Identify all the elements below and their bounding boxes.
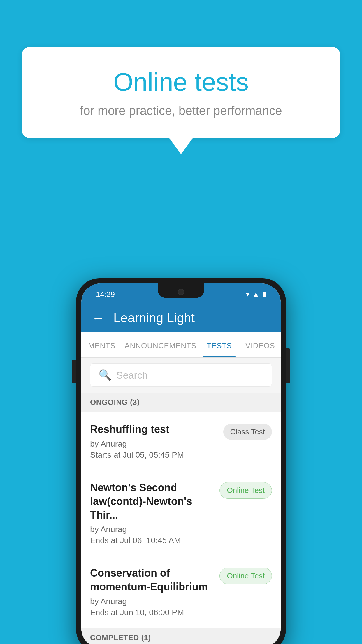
battery-icon: ▮ xyxy=(262,290,266,298)
tabs-bar: MENTS ANNOUNCEMENTS TESTS VIDEOS xyxy=(81,332,281,358)
search-placeholder: Search xyxy=(116,370,148,381)
search-container: 🔍 Search xyxy=(81,358,281,393)
status-time: 14:29 xyxy=(96,290,115,299)
status-bar: 14:29 ▾ ▲ ▮ xyxy=(81,284,281,303)
test-author-reshuffling: by Anurag xyxy=(90,439,217,449)
test-badge-reshuffling: Class Test xyxy=(223,424,272,440)
speech-bubble: Online tests for more practice, better p… xyxy=(22,47,340,138)
test-info-reshuffling: Reshuffling test by Anurag Starts at Jul… xyxy=(90,423,217,460)
test-badge-newton: Online Test xyxy=(219,482,272,499)
search-icon: 🔍 xyxy=(99,369,112,381)
section-header-completed: COMPLETED (1) xyxy=(81,628,281,644)
test-author-conservation: by Anurag xyxy=(90,597,214,606)
phone-inner: 14:29 ▾ ▲ ▮ ← Learning Light MENTS ANNOU… xyxy=(81,284,281,644)
notch xyxy=(158,284,204,298)
test-info-conservation: Conservation of momentum-Equilibrium by … xyxy=(90,566,214,617)
speech-bubble-tail xyxy=(169,138,193,154)
test-title-reshuffling: Reshuffling test xyxy=(90,423,217,436)
wifi-icon: ▾ xyxy=(246,290,249,298)
speech-bubble-subtitle: for more practice, better performance xyxy=(39,104,323,118)
search-box[interactable]: 🔍 Search xyxy=(90,363,272,387)
phone-outer: 14:29 ▾ ▲ ▮ ← Learning Light MENTS ANNOU… xyxy=(76,278,286,644)
test-info-newton: Newton's Second law(contd)-Newton's Thir… xyxy=(90,481,214,545)
tab-announcements[interactable]: ANNOUNCEMENTS xyxy=(122,332,199,357)
app-bar: ← Learning Light xyxy=(81,303,281,332)
tab-assignments[interactable]: MENTS xyxy=(81,332,122,357)
test-item-conservation[interactable]: Conservation of momentum-Equilibrium by … xyxy=(81,556,281,628)
tab-tests[interactable]: TESTS xyxy=(199,332,240,357)
test-title-newton: Newton's Second law(contd)-Newton's Thir… xyxy=(90,481,214,522)
speech-bubble-section: Online tests for more practice, better p… xyxy=(22,47,340,154)
speech-bubble-title: Online tests xyxy=(39,67,323,97)
test-author-newton: by Anurag xyxy=(90,525,214,534)
back-button[interactable]: ← xyxy=(92,311,105,325)
app-title: Learning Light xyxy=(113,311,195,325)
section-header-ongoing: ONGOING (3) xyxy=(81,393,281,412)
test-badge-conservation: Online Test xyxy=(219,568,272,584)
test-title-conservation: Conservation of momentum-Equilibrium xyxy=(90,566,214,594)
camera xyxy=(178,289,184,295)
test-item-newton[interactable]: Newton's Second law(contd)-Newton's Thir… xyxy=(81,470,281,556)
status-icons: ▾ ▲ ▮ xyxy=(246,290,266,298)
test-date-conservation: Ends at Jun 10, 06:00 PM xyxy=(90,608,214,617)
test-date-reshuffling: Starts at Jul 05, 05:45 PM xyxy=(90,450,217,460)
test-date-newton: Ends at Jul 06, 10:45 AM xyxy=(90,536,214,545)
phone-mockup: 14:29 ▾ ▲ ▮ ← Learning Light MENTS ANNOU… xyxy=(76,278,286,644)
signal-icon: ▲ xyxy=(252,290,259,298)
tab-videos[interactable]: VIDEOS xyxy=(240,332,281,357)
test-item-reshuffling[interactable]: Reshuffling test by Anurag Starts at Jul… xyxy=(81,412,281,470)
